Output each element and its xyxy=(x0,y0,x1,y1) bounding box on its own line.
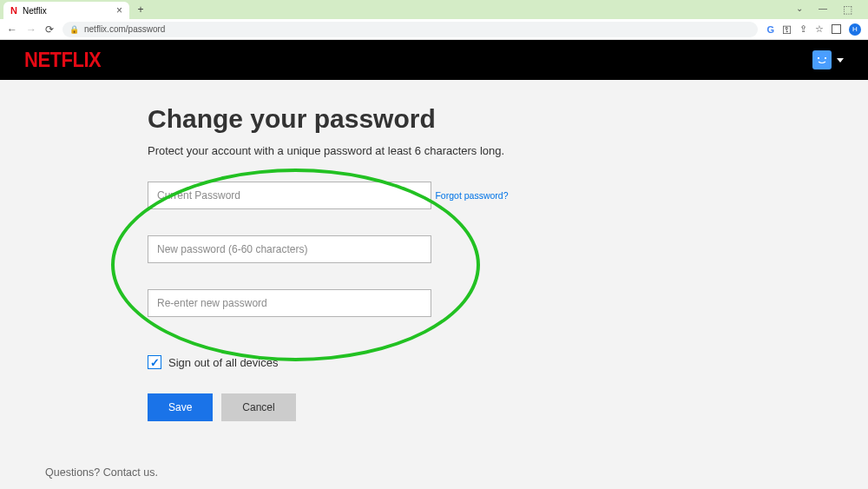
netflix-header: NETFLIX xyxy=(0,40,868,80)
reload-button[interactable]: ⟳ xyxy=(45,23,54,36)
chevron-down-icon xyxy=(837,58,844,63)
netflix-favicon: N xyxy=(10,5,17,16)
close-tab-icon[interactable]: × xyxy=(116,4,122,17)
google-icon[interactable]: G xyxy=(766,24,774,35)
reenter-password-input[interactable] xyxy=(148,289,431,317)
browser-tab-strip: N Netflix × + ⌄ — ⬚ xyxy=(0,0,868,19)
netflix-logo[interactable]: NETFLIX xyxy=(24,48,101,73)
extensions-icon[interactable] xyxy=(832,24,841,34)
url-bar: ← → ⟳ 🔒 netflix.com/password G ⚿ ⇪ ☆ H xyxy=(0,19,868,40)
chevron-down-icon[interactable]: ⌄ xyxy=(796,3,803,16)
new-password-input[interactable] xyxy=(148,235,431,263)
profile-menu[interactable] xyxy=(812,50,844,69)
forward-button[interactable]: → xyxy=(26,23,36,36)
back-button[interactable]: ← xyxy=(7,23,17,36)
tab-title: Netflix xyxy=(23,6,47,16)
forgot-password-link[interactable]: Forgot password? xyxy=(435,190,508,201)
checkmark-icon: ✓ xyxy=(150,356,160,369)
cancel-button[interactable]: Cancel xyxy=(221,393,295,421)
main-content: Change your password Protect your accoun… xyxy=(0,80,868,489)
svg-rect-0 xyxy=(818,57,819,59)
page-title: Change your password xyxy=(148,104,582,134)
share-icon[interactable]: ⇪ xyxy=(799,23,807,35)
lock-icon: 🔒 xyxy=(69,25,79,34)
signout-label: Sign out of all devices xyxy=(168,356,278,369)
footer-questions[interactable]: Questions? Contact us. xyxy=(45,466,158,479)
profile-badge[interactable]: H xyxy=(849,23,861,36)
url-field[interactable]: 🔒 netflix.com/password xyxy=(62,22,758,37)
minimize-icon[interactable]: — xyxy=(819,3,827,16)
svg-rect-1 xyxy=(825,57,826,59)
avatar xyxy=(812,50,832,69)
save-button[interactable]: Save xyxy=(148,393,213,421)
url-text: netflix.com/password xyxy=(84,24,165,34)
signout-checkbox[interactable]: ✓ xyxy=(148,355,161,369)
window-controls: ⌄ — ⬚ xyxy=(796,3,865,16)
browser-tab[interactable]: N Netflix × xyxy=(3,2,129,19)
star-icon[interactable]: ☆ xyxy=(815,23,824,35)
new-tab-button[interactable]: + xyxy=(134,3,148,16)
subtitle: Protect your account with a unique passw… xyxy=(148,144,582,157)
current-password-input[interactable] xyxy=(148,182,431,209)
maximize-icon[interactable]: ⬚ xyxy=(843,3,852,16)
key-icon[interactable]: ⚿ xyxy=(782,24,792,35)
